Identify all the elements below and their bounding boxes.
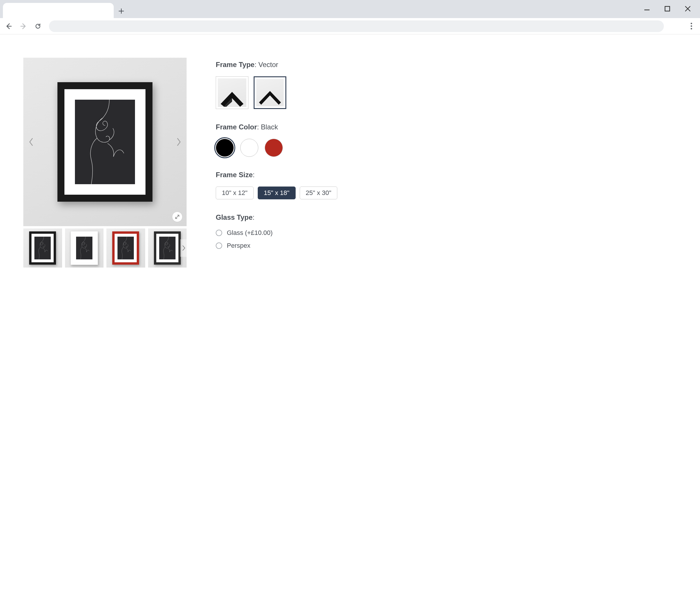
line-art-icon [34,237,51,259]
new-tab-button[interactable] [116,5,127,17]
nav-back-button[interactable] [4,22,13,31]
dot-icon [691,23,692,24]
product-options: Frame Type: Vector Frame Color: Black Fr… [216,58,677,263]
gallery-thumbnail[interactable] [23,228,62,267]
chevron-left-icon [29,138,34,146]
size-option[interactable]: 25" x 30" [300,187,338,199]
browser-toolbar [0,18,700,34]
option-name: Frame Size [216,171,253,179]
window-controls [643,5,698,18]
option-name: Glass Type [216,213,252,221]
frame-color-options [216,139,677,157]
chevron-right-icon [176,138,181,146]
framed-art [29,231,56,265]
frame-type-option[interactable] [216,76,248,109]
nav-reload-button[interactable] [33,22,42,31]
frame-mat [156,234,178,262]
size-option[interactable]: 15" x 18" [258,187,296,199]
window-close-button[interactable] [684,5,692,13]
line-art-icon [75,100,135,184]
frame-corner-icon [218,78,246,107]
gallery-prev-button[interactable] [26,137,36,147]
dot-icon [691,28,692,29]
frame-corner-icon [256,79,284,107]
gallery-expand-button[interactable] [172,212,182,222]
address-bar[interactable] [49,20,664,32]
glass-option[interactable]: Perspex [216,242,677,249]
plus-icon [118,8,124,14]
artwork [34,237,51,259]
window-maximize-button[interactable] [663,5,671,13]
nav-forward-button[interactable] [19,22,28,31]
minimize-icon [644,5,651,12]
color-swatch-red[interactable] [265,139,283,157]
frame-size-options: 10" x 12"15" x 18"25" x 30" [216,187,677,199]
glass-type-options: Glass (+£10.00)Perspex [216,229,677,249]
gallery-thumbnail[interactable] [107,228,145,267]
framed-art [70,231,98,265]
line-art-icon [118,237,134,259]
radio-icon [216,242,222,249]
maximize-icon [664,6,671,12]
frame-mat [31,234,54,262]
arrow-left-icon [5,22,13,30]
framed-art [154,231,181,265]
glass-option[interactable]: Glass (+£10.00) [216,229,677,237]
radio-icon [216,230,222,236]
color-swatch-black[interactable] [216,139,234,157]
line-art-icon [76,237,93,259]
option-group-frame-type: Frame Type: Vector [216,61,677,109]
page-content: Frame Type: Vector Frame Color: Black Fr… [0,34,700,285]
artwork [75,100,135,184]
browser-menu-button[interactable] [687,22,696,31]
option-group-frame-color: Frame Color: Black [216,123,677,157]
product-configurator: Frame Type: Vector Frame Color: Black Fr… [23,58,677,267]
option-label: Frame Color: Black [216,123,677,131]
dot-icon [691,25,692,27]
option-label: Glass Type: [216,213,677,221]
window-minimize-button[interactable] [643,5,651,13]
browser-tab[interactable] [3,3,114,18]
frame-mat [73,234,95,262]
gallery-next-button[interactable] [174,137,184,147]
option-value: Black [261,123,278,131]
color-swatch-white[interactable] [240,139,258,157]
framed-art [57,82,153,202]
arrow-right-icon [19,22,27,30]
option-value: Vector [258,61,278,68]
radio-label: Perspex [227,242,250,249]
close-icon [684,5,691,12]
frame-type-options [216,76,677,109]
thumbnails-next-button[interactable] [180,239,187,257]
gallery-thumbnail[interactable] [65,228,104,267]
gallery-main-image [23,58,187,226]
line-art-icon [159,237,176,259]
frame-mat [115,234,137,262]
browser-chrome [0,0,700,34]
reload-icon [34,23,41,30]
option-label: Frame Type: Vector [216,61,677,69]
artwork [159,237,176,259]
option-label: Frame Size: [216,171,677,179]
artwork [76,237,93,259]
svg-marker-3 [259,91,281,105]
option-name: Frame Type [216,61,254,68]
option-group-frame-size: Frame Size: 10" x 12"15" x 18"25" x 30" [216,171,677,199]
frame-mat [64,89,146,195]
chevron-right-icon [182,245,185,251]
tab-strip [0,0,700,18]
framed-art [112,231,139,265]
option-group-glass-type: Glass Type: Glass (+£10.00)Perspex [216,213,677,249]
size-option[interactable]: 10" x 12" [216,187,253,199]
expand-icon [175,214,180,219]
artwork [118,237,134,259]
gallery-thumbnails [23,228,187,267]
frame-type-option[interactable] [253,76,286,109]
radio-label: Glass (+£10.00) [227,229,273,237]
option-name: Frame Color [216,123,257,131]
svg-rect-0 [665,6,670,11]
product-gallery [23,58,187,267]
